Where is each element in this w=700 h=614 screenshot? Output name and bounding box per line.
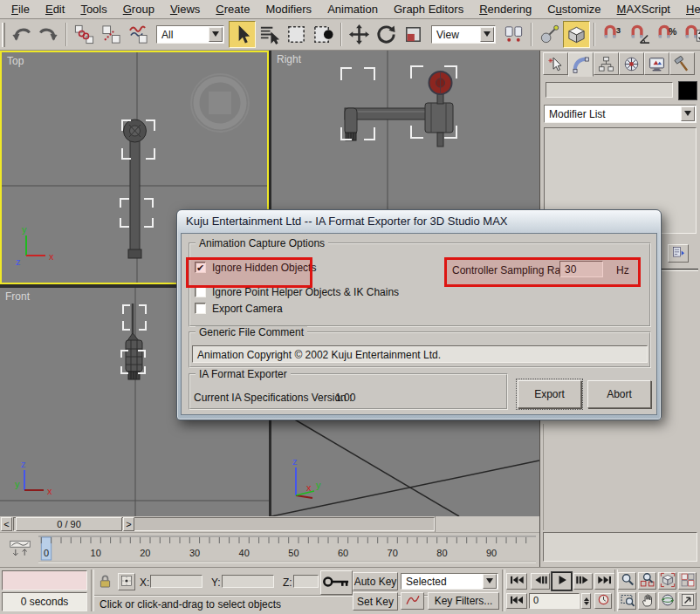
percent-snap-button[interactable]: % [653, 21, 680, 48]
faucet-side-view [345, 72, 453, 147]
set-key-button[interactable]: Set Key [353, 592, 398, 611]
menu-modifiers[interactable]: Modifiers [257, 1, 319, 17]
menu-animation[interactable]: Animation [319, 1, 386, 17]
current-frame-field[interactable]: 0 [529, 593, 580, 609]
spinner-snap-button[interactable] [680, 21, 700, 48]
x-coordinate-field[interactable] [150, 575, 202, 588]
select-and-manipulate-button[interactable] [536, 21, 563, 48]
object-color-swatch[interactable] [678, 81, 697, 100]
sampling-rate-field[interactable]: 30 [559, 261, 603, 277]
chevron-down-icon[interactable] [209, 27, 223, 42]
unlink-selection-button[interactable] [98, 21, 125, 48]
svg-text:70: 70 [388, 548, 398, 558]
menu-help[interactable]: Help [678, 1, 700, 17]
checkbox-ignore-hidden-objects[interactable]: ✔ [195, 262, 206, 273]
chevron-down-icon[interactable] [483, 574, 497, 589]
selection-filter-value: All [157, 29, 209, 41]
set-keys-button[interactable] [320, 570, 353, 595]
min-max-toggle-button[interactable] [678, 592, 697, 610]
rectangular-selection-region-button[interactable] [283, 21, 310, 48]
track-bar-ruler[interactable]: 0102030405060708090 [38, 535, 536, 566]
checkbox-export-camera[interactable] [195, 303, 206, 314]
create-tab[interactable] [543, 52, 568, 75]
menu-file[interactable]: File [3, 1, 38, 17]
time-configuration-button[interactable] [594, 593, 612, 609]
svg-text:50: 50 [288, 548, 299, 558]
menu-tools[interactable]: Tools [72, 1, 114, 17]
selection-lock-icon[interactable] [97, 573, 113, 590]
key-mode-toggle-button[interactable] [506, 593, 527, 609]
open-mini-curve-editor-button[interactable] [6, 538, 33, 561]
spinner-down-icon[interactable] [582, 601, 590, 608]
redo-button[interactable] [35, 21, 62, 48]
hierarchy-tab[interactable] [594, 52, 619, 75]
utilities-tab[interactable] [669, 52, 695, 75]
play-button[interactable] [552, 572, 572, 590]
display-tab[interactable] [644, 52, 669, 75]
menu-create[interactable]: Create [208, 1, 257, 17]
snap-3d-button[interactable]: 3 [599, 21, 626, 48]
checkbox-ignore-point-helper-objects-ik-chains[interactable] [195, 286, 206, 297]
select-by-name-button[interactable] [256, 21, 283, 48]
chevron-down-icon[interactable] [681, 106, 695, 121]
reference-coordinate-system-dropdown[interactable]: View [431, 25, 496, 44]
key-selection-dropdown[interactable]: Selected [401, 573, 498, 590]
modifier-list-dropdown[interactable]: Modifier List [544, 105, 697, 123]
next-frame-button[interactable] [573, 573, 593, 590]
configure-modifier-sets-button[interactable] [668, 244, 689, 263]
menu-maxscript[interactable]: MAXScript [609, 1, 678, 17]
menu-edit[interactable]: Edit [38, 1, 72, 17]
menu-graph-editors[interactable]: Graph Editors [386, 1, 471, 17]
select-and-rotate-button[interactable] [373, 21, 400, 48]
auto-key-button[interactable]: Auto Key [353, 572, 398, 590]
zoom-region-button[interactable] [618, 592, 636, 610]
x-coordinate-label: X: [140, 576, 149, 589]
export-button[interactable]: Export [518, 380, 581, 408]
y-coordinate-field[interactable] [222, 575, 274, 588]
arc-rotate-button[interactable] [658, 592, 676, 610]
time-slider-handle[interactable]: 0 / 90 [16, 517, 122, 531]
menu-rendering[interactable]: Rendering [471, 1, 539, 17]
file-comment-field[interactable]: Animation Copyright © 2002 Kuju Entertai… [192, 345, 648, 363]
time-slider-prev-button[interactable]: < [1, 517, 12, 531]
object-name-field[interactable] [546, 82, 673, 98]
zoom-all-button[interactable] [638, 572, 656, 590]
absolute-mode-toggle[interactable] [118, 573, 135, 590]
select-object-button[interactable] [229, 21, 256, 48]
zoom-extents-all-button[interactable] [678, 572, 697, 590]
select-and-link-button[interactable] [71, 21, 98, 48]
pan-button[interactable] [638, 592, 656, 610]
angle-snap-button[interactable] [626, 21, 653, 48]
motion-tab[interactable] [619, 52, 644, 75]
default-in-out-tangents-button[interactable] [401, 592, 424, 610]
go-to-start-button[interactable] [506, 573, 527, 590]
select-and-uniform-scale-button[interactable] [400, 21, 427, 48]
configure-modifier-sets-icon [671, 245, 686, 263]
use-pivot-point-center-button[interactable] [500, 21, 527, 48]
menu-views[interactable]: Views [162, 1, 208, 17]
abort-button[interactable]: Abort [587, 380, 651, 408]
modify-tab[interactable] [568, 52, 594, 77]
zoom-button[interactable] [618, 572, 636, 590]
spinner-up-icon[interactable] [582, 594, 590, 601]
zoom-extents-icon [660, 572, 676, 590]
frame-spinner[interactable] [581, 593, 591, 609]
undo-button[interactable] [8, 21, 35, 48]
previous-frame-button[interactable] [531, 573, 550, 590]
maxscript-mini-listener[interactable] [2, 570, 87, 590]
select-and-move-button[interactable] [346, 21, 373, 48]
chevron-down-icon[interactable] [480, 27, 494, 42]
menu-customize[interactable]: Customize [539, 1, 608, 17]
time-slider-next-button[interactable]: > [123, 517, 134, 531]
z-coordinate-field[interactable] [293, 575, 319, 588]
zoom-extents-button[interactable] [658, 572, 676, 590]
go-to-end-button[interactable] [594, 573, 615, 590]
menu-group[interactable]: Group [115, 1, 162, 17]
bind-to-space-warp-button[interactable] [125, 21, 152, 48]
key-filters-button[interactable]: Key Filters... [428, 592, 499, 610]
snap-toggle-button[interactable] [563, 21, 590, 48]
window-crossing-toggle-button[interactable] [310, 21, 337, 48]
toolbar-drag-handle[interactable] [2, 23, 5, 47]
selection-filter-dropdown[interactable]: All [156, 25, 224, 44]
svg-text:z: z [292, 456, 298, 467]
